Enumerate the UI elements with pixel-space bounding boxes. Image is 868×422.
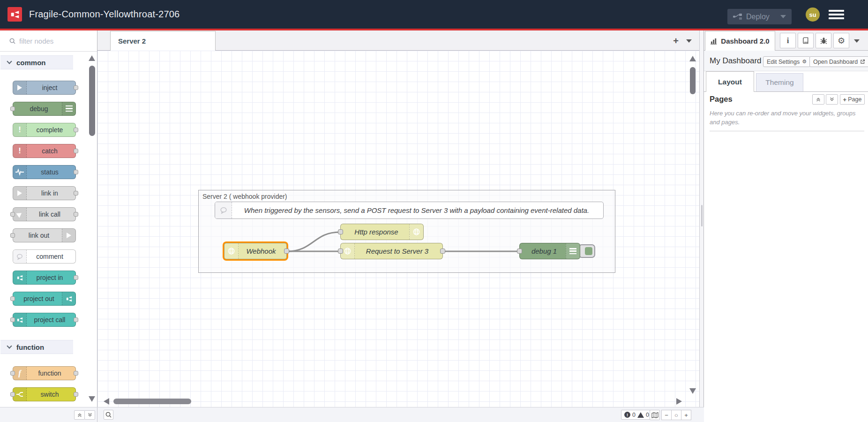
palette-node-function[interactable]: f function bbox=[13, 366, 76, 380]
sidebar-splitter[interactable] bbox=[699, 30, 703, 422]
exclamation-icon: ! bbox=[13, 144, 27, 158]
palette-node-label: project call bbox=[27, 313, 72, 326]
palette-node-catch[interactable]: ! catch bbox=[13, 144, 76, 158]
help-tab-button[interactable] bbox=[798, 33, 814, 48]
main-menu-icon[interactable] bbox=[829, 10, 844, 19]
user-avatar[interactable]: su bbox=[806, 8, 820, 22]
notifications-badge[interactable]: ! 0 0 bbox=[621, 410, 652, 420]
tab-layout[interactable]: Layout bbox=[706, 71, 754, 92]
plus-icon: + bbox=[843, 96, 847, 103]
input-port[interactable] bbox=[517, 249, 522, 254]
output-port[interactable] bbox=[74, 149, 78, 153]
palette-node-link-call[interactable]: link call bbox=[13, 207, 76, 221]
category-label: function bbox=[16, 343, 44, 351]
output-port[interactable] bbox=[74, 170, 78, 174]
input-port[interactable] bbox=[10, 106, 15, 111]
flow-node-request-to-server3[interactable]: Request to Server 3 bbox=[340, 243, 443, 259]
collapse-all-categories-button[interactable] bbox=[74, 410, 85, 420]
switch-fork-icon bbox=[13, 388, 27, 401]
palette-category-function[interactable]: function bbox=[0, 340, 73, 354]
palette-category-common[interactable]: common bbox=[0, 55, 73, 69]
error-icon: ! bbox=[624, 412, 630, 418]
expand-all-categories-button[interactable] bbox=[84, 410, 95, 420]
chevron-down-icon bbox=[7, 343, 12, 348]
palette-node-project-call[interactable]: project call bbox=[13, 313, 76, 327]
deploy-caret-icon[interactable] bbox=[780, 15, 786, 18]
config-tab-button[interactable]: ⚙ bbox=[833, 33, 849, 48]
input-port[interactable] bbox=[10, 392, 15, 397]
palette-node-link-out[interactable]: link out bbox=[13, 228, 76, 242]
palette-search[interactable] bbox=[0, 30, 97, 52]
splitter-handle[interactable] bbox=[701, 205, 703, 226]
workspace-tab-label: Server 2 bbox=[118, 37, 146, 45]
deploy-label: Deploy bbox=[746, 13, 770, 21]
palette-node-debug[interactable]: debug bbox=[13, 102, 76, 116]
input-port[interactable] bbox=[10, 296, 15, 301]
palette-node-complete[interactable]: ! complete bbox=[13, 123, 76, 137]
flow-node-debug1[interactable]: debug 1 bbox=[519, 243, 580, 259]
deploy-button[interactable]: Deploy bbox=[727, 9, 792, 24]
add-flow-button[interactable]: + bbox=[670, 35, 681, 46]
input-port[interactable] bbox=[10, 233, 15, 238]
palette-node-inject[interactable]: inject bbox=[13, 81, 76, 95]
palette-node-link-in[interactable]: link in bbox=[13, 186, 76, 200]
palette-node-comment[interactable]: comment bbox=[13, 249, 76, 264]
output-port[interactable] bbox=[74, 191, 78, 196]
palette-search-input[interactable] bbox=[19, 37, 85, 45]
flow-list-button[interactable] bbox=[683, 35, 695, 46]
add-page-button[interactable]: + Page bbox=[840, 94, 865, 105]
input-port[interactable] bbox=[338, 229, 343, 234]
sidebar-tab-dashboard[interactable]: Dashboard 2.0 bbox=[705, 31, 775, 51]
node-red-app: Fragile-Common-Yellowthroat-2706 Deploy … bbox=[0, 0, 868, 422]
debug-tab-button[interactable] bbox=[816, 33, 831, 48]
palette-scrollbar-thumb[interactable] bbox=[89, 66, 95, 136]
flow-node-http-response[interactable]: Http response bbox=[340, 224, 424, 240]
edit-settings-button[interactable]: Edit Settings ⚙ bbox=[763, 56, 810, 67]
debug-enable-toggle[interactable] bbox=[578, 244, 595, 258]
zoom-out-button[interactable]: − bbox=[661, 410, 672, 420]
output-port[interactable] bbox=[440, 249, 445, 254]
function-icon: f bbox=[13, 367, 27, 380]
output-port[interactable] bbox=[284, 249, 289, 254]
sidebar-tab-label: Dashboard 2.0 bbox=[721, 37, 769, 45]
palette-node-label: status bbox=[27, 166, 72, 179]
move-down-button[interactable] bbox=[826, 94, 838, 105]
workspace-tabstrip: Server 2 + bbox=[97, 30, 699, 51]
output-port[interactable] bbox=[74, 85, 78, 90]
output-port[interactable] bbox=[74, 275, 78, 280]
palette-node-label: debug bbox=[16, 102, 61, 115]
output-port[interactable] bbox=[74, 212, 78, 217]
header: Fragile-Common-Yellowthroat-2706 Deploy … bbox=[0, 0, 868, 29]
open-dashboard-button[interactable]: Open Dashboard bbox=[809, 56, 868, 67]
move-up-button[interactable] bbox=[812, 94, 824, 105]
tab-theming[interactable]: Theming bbox=[756, 73, 803, 91]
flow-canvas[interactable]: Server 2 ( webhook provider) When trigge… bbox=[97, 51, 699, 407]
search-flows-button[interactable] bbox=[104, 410, 113, 420]
palette-scroll-down-icon[interactable] bbox=[89, 396, 95, 402]
palette-node-project-in[interactable]: project in bbox=[13, 271, 76, 285]
output-port[interactable] bbox=[74, 317, 78, 322]
output-port[interactable] bbox=[74, 371, 78, 376]
palette-node-label: project in bbox=[27, 271, 72, 284]
zoom-in-button[interactable]: + bbox=[681, 410, 691, 420]
palette-node-project-out[interactable]: project out bbox=[13, 292, 76, 306]
palette-scroll-up-icon[interactable] bbox=[89, 55, 95, 61]
flow-node-webhook[interactable]: Webhook bbox=[224, 243, 287, 259]
navigator-button[interactable] bbox=[650, 410, 660, 420]
footer-divider bbox=[97, 407, 97, 422]
input-port[interactable] bbox=[338, 249, 343, 254]
output-port[interactable] bbox=[74, 128, 78, 132]
palette-node-status[interactable]: status bbox=[13, 165, 76, 179]
output-port[interactable] bbox=[74, 392, 78, 397]
zoom-reset-button[interactable]: ○ bbox=[671, 410, 681, 420]
heartbeat-icon bbox=[13, 166, 27, 179]
input-port[interactable] bbox=[10, 317, 15, 322]
double-chevron-down-icon bbox=[87, 412, 93, 418]
input-port[interactable] bbox=[10, 212, 15, 217]
workspace-tab-server2[interactable]: Server 2 bbox=[110, 31, 216, 51]
flow-node-comment[interactable]: When triggered by the sensors, send a PO… bbox=[215, 202, 604, 219]
info-tab-button[interactable]: i bbox=[780, 33, 796, 48]
sidebar-tabs-caret-icon[interactable] bbox=[854, 39, 860, 43]
input-port[interactable] bbox=[10, 371, 15, 376]
palette-node-switch[interactable]: switch bbox=[13, 387, 76, 401]
